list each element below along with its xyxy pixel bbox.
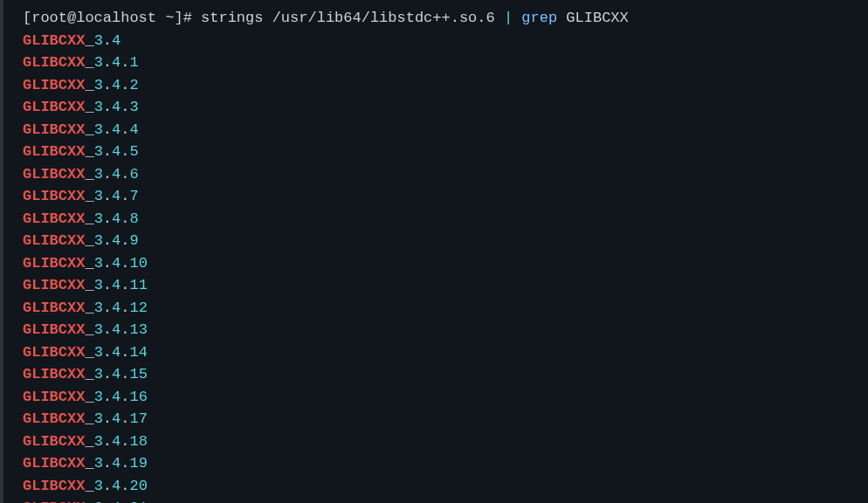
output-line: GLIBCXX_3.4.10 <box>23 252 868 275</box>
separator-underscore: _ <box>85 389 93 405</box>
output-line: GLIBCXX_3.4.6 <box>23 163 868 186</box>
version-dot: . <box>103 188 112 204</box>
version-dot: . <box>121 255 129 272</box>
prompt-close-bracket: ] <box>174 10 183 26</box>
grep-match: GLIBCXX <box>23 255 85 272</box>
prompt-open-bracket: [ <box>23 10 31 26</box>
output-line: GLIBCXX_3.4.1 <box>23 52 868 74</box>
version-dot: . <box>121 500 129 503</box>
separator-underscore: _ <box>85 121 93 138</box>
separator-underscore: _ <box>85 255 93 272</box>
grep-match: GLIBCXX <box>23 77 85 93</box>
output-line: GLIBCXX_3.4.20 <box>23 475 868 498</box>
output-line: GLIBCXX_3.4.13 <box>23 319 868 341</box>
version-minor: 4 <box>112 54 121 71</box>
version-patch: 16 <box>129 389 147 405</box>
grep-match: GLIBCXX <box>23 32 85 49</box>
version-major: 3 <box>94 478 103 494</box>
version-patch: 9 <box>129 232 138 249</box>
version-minor: 4 <box>112 77 121 93</box>
version-dot: . <box>121 54 129 71</box>
separator-underscore: _ <box>85 455 93 472</box>
version-minor: 4 <box>112 500 121 503</box>
version-major: 3 <box>94 232 103 249</box>
version-dot: . <box>121 410 129 427</box>
grep-match: GLIBCXX <box>23 277 85 293</box>
version-patch: 15 <box>129 366 147 382</box>
version-dot: . <box>103 232 112 249</box>
output-line: GLIBCXX_3.4.14 <box>23 341 868 364</box>
version-major: 3 <box>94 300 103 316</box>
version-major: 3 <box>94 255 103 272</box>
version-minor: 4 <box>112 166 121 183</box>
output-line: GLIBCXX_3.4.3 <box>23 96 868 119</box>
version-dot: . <box>103 366 112 382</box>
version-minor: 4 <box>112 321 121 338</box>
grep-match: GLIBCXX <box>23 344 85 361</box>
version-dot: . <box>121 99 129 115</box>
version-major: 3 <box>94 433 103 450</box>
version-dot: . <box>103 389 112 405</box>
separator-underscore: _ <box>85 321 93 338</box>
separator-underscore: _ <box>85 366 93 382</box>
version-dot: . <box>121 478 129 494</box>
version-major: 3 <box>94 455 103 472</box>
version-dot: . <box>103 77 112 93</box>
separator-underscore: _ <box>85 54 93 71</box>
version-dot: . <box>121 300 129 316</box>
version-dot: . <box>103 478 112 494</box>
separator-underscore: _ <box>85 232 93 249</box>
version-major: 3 <box>94 210 103 227</box>
terminal-content: [root@localhost ~]# strings /usr/lib64/l… <box>12 7 868 503</box>
grep-match: GLIBCXX <box>23 232 85 249</box>
grep-match: GLIBCXX <box>23 433 85 450</box>
version-dot: . <box>121 188 129 204</box>
version-minor: 4 <box>112 410 121 427</box>
separator-underscore: _ <box>85 300 93 316</box>
version-dot: . <box>103 300 112 316</box>
grep-match: GLIBCXX <box>23 389 85 405</box>
version-patch: 21 <box>129 500 147 503</box>
version-major: 3 <box>94 277 103 293</box>
output-container: GLIBCXX_3.4GLIBCXX_3.4.1GLIBCXX_3.4.2GLI… <box>23 30 868 504</box>
grep-match: GLIBCXX <box>23 410 85 427</box>
output-line: GLIBCXX_3.4.4 <box>23 119 868 141</box>
version-minor: 4 <box>112 188 121 204</box>
version-patch: 6 <box>129 166 138 183</box>
grep-match: GLIBCXX <box>23 321 85 338</box>
prompt-tilde: ~ <box>165 10 174 26</box>
command-space <box>557 10 566 26</box>
version-dot: . <box>103 255 112 272</box>
version-minor: 4 <box>112 121 121 138</box>
output-line: GLIBCXX_3.4.16 <box>23 386 868 409</box>
version-patch: 18 <box>129 433 147 450</box>
separator-underscore: _ <box>85 166 93 183</box>
version-major: 3 <box>94 166 103 183</box>
output-line: GLIBCXX_3.4.9 <box>23 230 868 252</box>
version-patch: 13 <box>129 321 147 338</box>
version-major: 3 <box>94 321 103 338</box>
grep-match: GLIBCXX <box>23 188 85 204</box>
output-line: GLIBCXX_3.4.18 <box>23 431 868 453</box>
version-minor: 4 <box>112 300 121 316</box>
version-dot: . <box>121 121 129 138</box>
version-major: 3 <box>94 77 103 93</box>
version-minor: 4 <box>112 32 121 49</box>
separator-underscore: _ <box>85 143 93 160</box>
output-line: GLIBCXX_3.4.5 <box>23 141 868 163</box>
command-strings: strings <box>201 10 272 26</box>
output-line: GLIBCXX_3.4.11 <box>23 274 868 297</box>
terminal-window[interactable]: [root@localhost ~]# strings /usr/lib64/l… <box>0 0 868 503</box>
grep-match: GLIBCXX <box>23 143 85 160</box>
version-major: 3 <box>94 366 103 382</box>
command-path: /usr/lib64/libstdc++.so.6 <box>272 10 495 26</box>
separator-underscore: _ <box>85 277 93 293</box>
command-prompt-line: [root@localhost ~]# strings /usr/lib64/l… <box>23 7 868 30</box>
version-dot: . <box>121 166 129 183</box>
grep-match: GLIBCXX <box>23 210 85 227</box>
version-patch: 3 <box>129 99 138 115</box>
command-grep: grep <box>521 10 557 26</box>
version-minor: 4 <box>112 210 121 227</box>
version-dot: . <box>103 455 112 472</box>
version-major: 3 <box>94 99 103 115</box>
